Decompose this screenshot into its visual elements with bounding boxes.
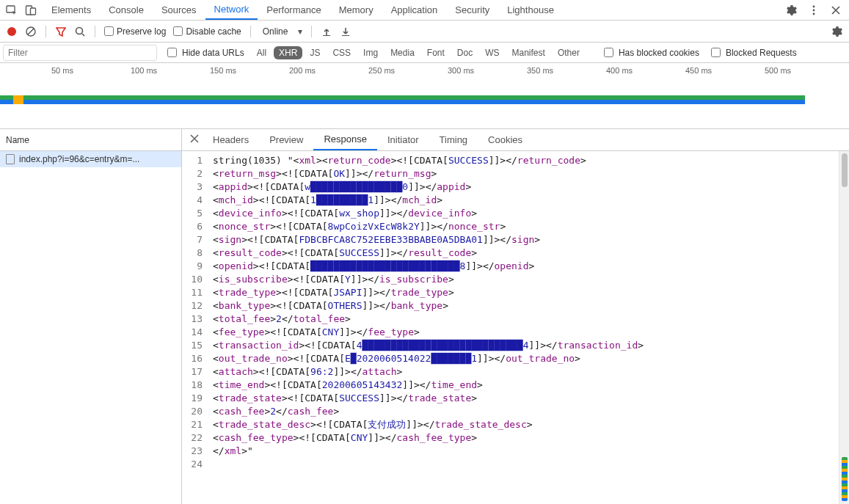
detail-tab-bar: HeadersPreviewResponseInitiatorTimingCoo… bbox=[182, 129, 849, 151]
devtools-tab-bar: ElementsConsoleSourcesNetworkPerformance… bbox=[0, 0, 849, 21]
detail-tab-headers[interactable]: Headers bbox=[203, 129, 259, 150]
request-list-pane: Name index.php?i=96&c=entry&m=... bbox=[0, 129, 182, 504]
timeline-tick: 300 ms bbox=[448, 66, 474, 75]
timeline-overview[interactable]: 50 ms100 ms150 ms200 ms250 ms300 ms350 m… bbox=[0, 63, 849, 129]
throttling-select[interactable]: Online ▾ bbox=[260, 26, 303, 37]
network-toolbar: Preserve log Disable cache Online ▾ bbox=[0, 21, 849, 43]
filter-type-all[interactable]: All bbox=[252, 46, 272, 59]
tab-elements[interactable]: Elements bbox=[43, 0, 100, 20]
detail-tab-response[interactable]: Response bbox=[313, 129, 377, 150]
device-toolbar-icon[interactable] bbox=[25, 4, 37, 16]
tab-console[interactable]: Console bbox=[100, 0, 153, 20]
tab-performance[interactable]: Performance bbox=[258, 0, 329, 20]
inspect-element-icon[interactable] bbox=[6, 4, 18, 16]
filter-type-xhr[interactable]: XHR bbox=[274, 46, 302, 59]
record-icon[interactable] bbox=[6, 26, 18, 37]
network-filter-bar: Hide data URLs AllXHRJSCSSImgMediaFontDo… bbox=[0, 43, 849, 63]
detail-tab-timing[interactable]: Timing bbox=[429, 129, 478, 150]
scrollbar-thumb[interactable] bbox=[842, 153, 848, 187]
filter-type-css[interactable]: CSS bbox=[327, 46, 356, 59]
filter-type-other[interactable]: Other bbox=[553, 46, 585, 59]
timeline-tick: 500 ms bbox=[765, 66, 791, 75]
has-blocked-cookies-checkbox[interactable]: Has blocked cookies bbox=[597, 45, 704, 59]
tab-network[interactable]: Network bbox=[205, 0, 258, 20]
svg-point-5 bbox=[813, 12, 815, 15]
settings-gear-icon[interactable] bbox=[786, 4, 798, 16]
filter-type-doc[interactable]: Doc bbox=[452, 46, 478, 59]
svg-point-4 bbox=[813, 9, 815, 11]
timeline-bar bbox=[13, 95, 23, 104]
filter-toggle-icon[interactable] bbox=[55, 26, 67, 37]
filter-type-img[interactable]: Img bbox=[358, 46, 383, 59]
close-devtools-icon[interactable] bbox=[830, 4, 842, 16]
requests-header-name[interactable]: Name bbox=[0, 129, 181, 151]
timeline-tick: 450 ms bbox=[685, 66, 712, 75]
tab-memory[interactable]: Memory bbox=[330, 0, 382, 20]
upload-har-icon[interactable] bbox=[321, 26, 332, 37]
search-icon[interactable] bbox=[74, 26, 86, 37]
timeline-tick: 250 ms bbox=[368, 66, 395, 75]
timeline-tick: 200 ms bbox=[289, 66, 316, 75]
detail-tab-cookies[interactable]: Cookies bbox=[478, 129, 533, 150]
close-details-icon[interactable] bbox=[186, 134, 203, 145]
timeline-tick: 150 ms bbox=[210, 66, 236, 75]
clear-icon[interactable] bbox=[25, 26, 37, 37]
tab-security[interactable]: Security bbox=[446, 0, 498, 20]
tab-lighthouse[interactable]: Lighthouse bbox=[498, 0, 563, 20]
file-icon bbox=[6, 154, 15, 164]
kebab-menu-icon[interactable] bbox=[808, 4, 820, 16]
tab-application[interactable]: Application bbox=[382, 0, 447, 20]
scrollbar[interactable] bbox=[839, 151, 849, 504]
preserve-log-checkbox[interactable]: Preserve log bbox=[104, 26, 166, 37]
filter-type-manifest[interactable]: Manifest bbox=[507, 46, 550, 59]
timeline-tick: 50 ms bbox=[51, 66, 73, 75]
tab-sources[interactable]: Sources bbox=[153, 0, 205, 20]
detail-tab-preview[interactable]: Preview bbox=[259, 129, 313, 150]
request-row[interactable]: index.php?i=96&c=entry&m=... bbox=[0, 151, 181, 167]
network-settings-gear-icon[interactable] bbox=[831, 26, 843, 37]
response-body[interactable]: 123456789101112131415161718192021222324 … bbox=[182, 151, 849, 504]
timeline-tick: 400 ms bbox=[606, 66, 633, 75]
timeline-tick: 350 ms bbox=[527, 66, 553, 75]
svg-point-3 bbox=[813, 5, 815, 7]
disable-cache-checkbox[interactable]: Disable cache bbox=[173, 26, 241, 37]
svg-rect-2 bbox=[31, 8, 36, 15]
timeline-bar bbox=[0, 100, 805, 104]
filter-type-ws[interactable]: WS bbox=[480, 46, 504, 59]
detail-tab-initiator[interactable]: Initiator bbox=[377, 129, 429, 150]
filter-type-js[interactable]: JS bbox=[305, 46, 325, 59]
hide-data-urls-checkbox[interactable]: Hide data URLs bbox=[160, 45, 249, 59]
svg-point-7 bbox=[76, 27, 83, 34]
download-har-icon[interactable] bbox=[340, 26, 351, 37]
filter-input[interactable] bbox=[3, 45, 157, 61]
filter-type-media[interactable]: Media bbox=[385, 46, 420, 59]
timeline-tick: 100 ms bbox=[131, 66, 157, 75]
filter-type-font[interactable]: Font bbox=[422, 46, 450, 59]
blocked-requests-checkbox[interactable]: Blocked Requests bbox=[704, 45, 801, 59]
scrollbar-minimap bbox=[842, 457, 848, 501]
